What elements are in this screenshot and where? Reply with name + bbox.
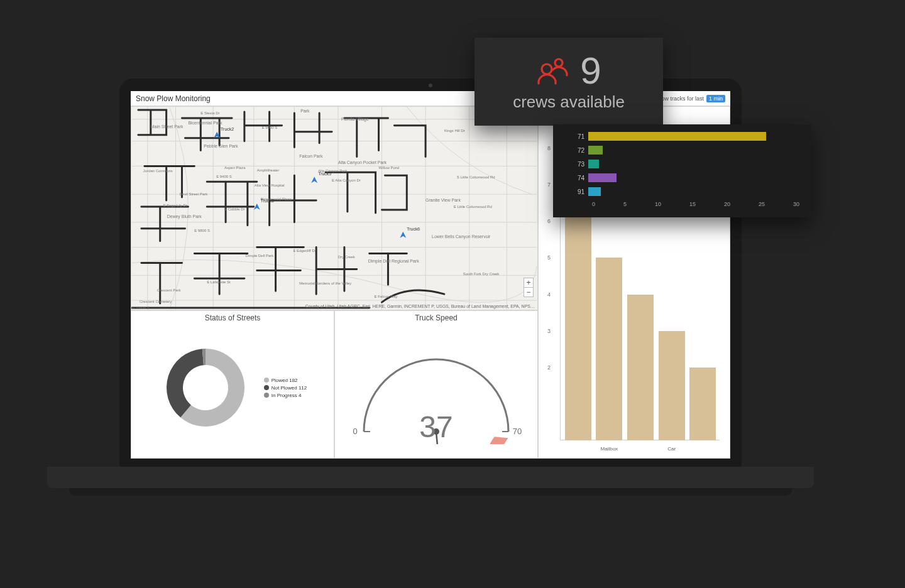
truck-marker[interactable]: Truck5 — [311, 172, 331, 183]
map-zoom-control[interactable]: + − — [524, 278, 534, 297]
camera-dot — [429, 84, 432, 87]
svg-text:Kings Hill Dr: Kings Hill Dr — [444, 129, 465, 133]
svg-text:Truck5: Truck5 — [318, 172, 331, 176]
truck-marker[interactable]: Truck6 — [400, 227, 420, 238]
svg-text:Dewey Bluth Park: Dewey Bluth Park — [167, 214, 202, 219]
map-svg[interactable]: E Siesta DrBicentennial ParkMain Street … — [131, 107, 537, 310]
svg-text:E 10600 S: E 10600 S — [132, 306, 150, 310]
svg-text:E Edgecliff Dr: E Edgecliff Dr — [293, 249, 315, 253]
dashboard-title: Snow Plow Monitoring — [136, 94, 211, 103]
vertical-bar[interactable] — [659, 331, 685, 440]
legend-item[interactable]: Plowed 182 — [264, 378, 307, 383]
svg-text:Bicentennial Park: Bicentennial Park — [188, 121, 222, 125]
svg-text:E 9000 S: E 9000 S — [262, 126, 278, 129]
svg-text:E Lafayette St: E Lafayette St — [207, 280, 231, 284]
svg-text:Park: Park — [300, 109, 310, 113]
streets-panel: Status of Streets Plowed 182Not Plowed 1… — [131, 310, 334, 459]
tracks-value[interactable]: 1 min — [706, 95, 725, 102]
svg-text:Lower Bells Canyon Reservoir: Lower Bells Canyon Reservoir — [432, 234, 491, 239]
vertical-bar[interactable] — [627, 295, 654, 440]
svg-text:E 9800 S: E 9800 S — [194, 229, 210, 232]
svg-text:Truck3: Truck3 — [261, 199, 274, 203]
svg-text:Dimple Dell Regional Park: Dimple Dell Regional Park — [368, 259, 420, 264]
truck-marker[interactable]: Truck3 — [254, 199, 274, 210]
vertical-bar[interactable] — [689, 368, 716, 440]
svg-text:E 9400 S: E 9400 S — [216, 175, 232, 178]
speed-title: Truck Speed — [335, 311, 537, 325]
svg-text:Aspen Plaza: Aspen Plaza — [224, 166, 246, 170]
svg-text:Falcon Park: Falcon Park — [299, 154, 323, 158]
svg-text:E Little Cottonwood Rd: E Little Cottonwood Rd — [454, 205, 492, 209]
svg-text:Dry Creek: Dry Creek — [338, 255, 355, 259]
map-attribution: County of Utah, Utah AGRC, Esri, HERE, G… — [305, 304, 535, 308]
svg-text:E Cobble Dr: E Cobble Dr — [224, 207, 244, 211]
legend-item[interactable]: Not Plowed 112 — [264, 385, 307, 391]
svg-text:Willow Pond: Willow Pond — [379, 166, 400, 170]
svg-point-61 — [555, 59, 562, 67]
svg-text:Granite View Park: Granite View Park — [425, 198, 461, 202]
svg-text:Truck6: Truck6 — [407, 227, 420, 231]
people-icon — [536, 56, 570, 86]
svg-text:Pebble Glen Park: Pebble Glen Park — [204, 144, 238, 148]
speed-panel: Truck Speed 010203040506070 37 — [334, 310, 538, 459]
legend-item[interactable]: In Progress 4 — [264, 393, 307, 398]
laptop-base — [47, 467, 814, 488]
hbar-row[interactable]: 74 — [574, 171, 799, 185]
tracks-control[interactable]: Show tracks for last 1 min — [654, 95, 725, 102]
truck-marker[interactable]: Truck2 — [214, 127, 234, 138]
hbar-row[interactable]: 73 — [574, 157, 799, 171]
laptop-foot — [69, 488, 792, 496]
crews-count: 9 — [580, 52, 601, 90]
svg-text:S Little Cottonwood Rd: S Little Cottonwood Rd — [457, 175, 495, 179]
svg-text:Flordia Village: Flordia Village — [341, 117, 369, 122]
svg-text:Crescent Cemetery: Crescent Cemetery — [140, 300, 172, 303]
streets-legend: Plowed 182Not Plowed 112In Progress 4 — [264, 376, 307, 400]
svg-text:Amphitheater: Amphitheater — [257, 168, 279, 172]
streets-title: Status of Streets — [131, 311, 334, 325]
hbar-row[interactable]: 72 — [574, 143, 799, 157]
svg-text:Devil Street Park: Devil Street Park — [180, 192, 208, 196]
hbar-row[interactable]: 91 — [574, 185, 799, 199]
speed-value: 37 — [335, 410, 537, 444]
svg-text:Alta Canyon Pocket Park: Alta Canyon Pocket Park — [338, 160, 387, 165]
vertical-bar[interactable] — [596, 258, 622, 440]
map-panel[interactable]: E Siesta DrBicentennial ParkMain Street … — [131, 106, 538, 310]
svg-text:Truck2: Truck2 — [221, 127, 234, 131]
svg-text:E Alta Canyon Dr: E Alta Canyon Dr — [332, 178, 361, 182]
crews-label: crews available — [513, 92, 625, 112]
svg-text:E Sego Lily Dr: E Sego Lily Dr — [163, 204, 187, 207]
svg-text:E Siesta Dr: E Siesta Dr — [200, 111, 219, 115]
svg-text:Alta View Hospital: Alta View Hospital — [255, 183, 285, 187]
streets-donut-chart[interactable] — [158, 340, 253, 435]
zoom-in-button[interactable]: + — [524, 278, 533, 288]
svg-text:Memorial Gardens of the Valley: Memorial Gardens of the Valley — [299, 281, 351, 285]
svg-point-62 — [542, 64, 552, 74]
hbar-row[interactable]: 71 — [574, 129, 799, 143]
zoom-out-button[interactable]: − — [524, 288, 533, 297]
svg-text:South Fork Dry Creek: South Fork Dry Creek — [463, 272, 500, 276]
svg-text:Dimple Dell Park: Dimple Dell Park — [246, 254, 273, 258]
svg-text:E Falcon Way: E Falcon Way — [375, 295, 398, 298]
svg-text:Jordan Commons: Jordan Commons — [143, 169, 173, 173]
svg-text:Main Street Park: Main Street Park — [151, 124, 184, 129]
svg-text:Crescent Park: Crescent Park — [157, 288, 181, 292]
popup-bar-chart[interactable]: 7172737491051015202530 — [553, 124, 811, 217]
crews-available-card: 9 crews available — [474, 38, 663, 126]
